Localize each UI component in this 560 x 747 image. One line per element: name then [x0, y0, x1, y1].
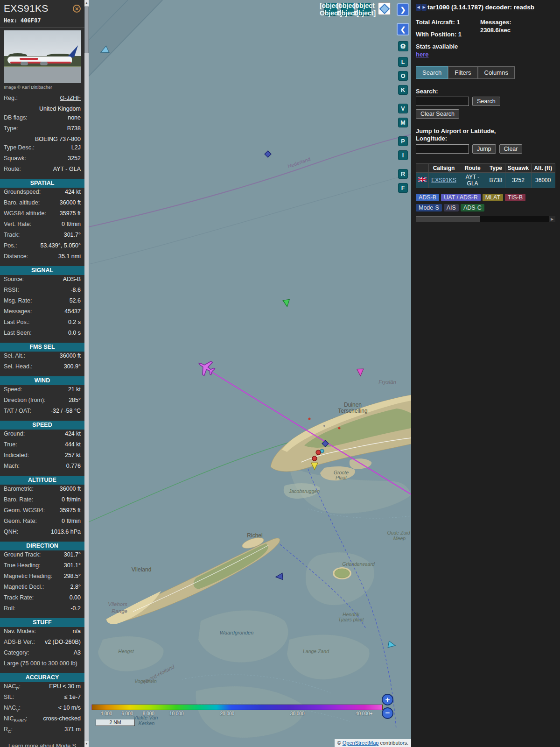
map-option-button[interactable]: O — [398, 71, 408, 81]
map-option-button[interactable]: F — [398, 183, 408, 193]
data-row-label: ADS-B Ver.: — [4, 638, 35, 648]
data-row-label: Pos.: — [4, 241, 17, 252]
panel-right-arrow-icon[interactable]: ▶ — [421, 4, 427, 11]
type-column-header[interactable]: Type — [486, 164, 505, 173]
route-column-header[interactable]: Route — [459, 164, 486, 173]
map-label: Fryslân — [378, 379, 396, 385]
data-row-label: DB flags: — [4, 113, 28, 124]
data-row: Source: ADS-B — [0, 275, 84, 286]
search-input[interactable] — [416, 97, 469, 106]
map-option-button[interactable]: I — [398, 150, 408, 160]
panel-tab[interactable]: Search — [416, 66, 448, 79]
stats-here-link[interactable]: here — [416, 51, 428, 58]
search-button[interactable]: Search — [472, 97, 500, 106]
flag-column-header[interactable] — [416, 164, 429, 173]
scroll-down-icon[interactable]: ▼ — [84, 741, 89, 747]
panel-tab[interactable]: Filters — [448, 66, 477, 79]
section-accuracy: NACP: EPU < 30 m SIL: ≤ 1e-7 NACV: < 10 … — [0, 682, 84, 736]
squawk-column-header[interactable]: Squawk — [505, 164, 531, 173]
section-direction: Ground Track: 301.7° True Heading: 301.1… — [0, 550, 84, 615]
data-row-value: 300.9° — [64, 362, 81, 371]
map-option-button[interactable]: P — [398, 136, 408, 146]
zoom-out-button[interactable]: − — [382, 707, 393, 719]
section-header-speed: SPEED — [0, 421, 84, 430]
scrollbar-thumb[interactable] — [84, 7, 89, 53]
filter-chip[interactable]: ADS-C — [461, 204, 484, 211]
map-label: Richel — [247, 532, 262, 539]
readsb-link[interactable]: readsb — [514, 4, 534, 11]
expand-panel-button[interactable]: ❯ — [397, 3, 409, 16]
scrollbar-thumb[interactable] — [416, 216, 480, 222]
data-row-value: < 10 m/s — [58, 704, 81, 712]
map-option-button[interactable]: V — [398, 104, 408, 113]
callsign-cell[interactable]: EXS91KS — [429, 173, 459, 188]
osm-link[interactable]: OpenStreetMap — [343, 740, 379, 746]
filter-chip[interactable]: UAT / ADS-R — [441, 194, 480, 201]
map-option-button[interactable]: R — [398, 169, 408, 179]
alt-column-header[interactable]: Alt. (ft) — [531, 164, 555, 173]
collapse-panel-button[interactable]: ❮ — [397, 23, 409, 35]
map-label: Terschelling — [338, 408, 367, 414]
data-row: Magnetic Heading: 298.5° — [0, 572, 84, 583]
jump-input[interactable] — [416, 144, 469, 154]
aircraft-marker[interactable] — [316, 450, 321, 455]
section-stuff: Nav. Modes: n/a ADS-B Ver.: v2 (DO-260B)… — [0, 627, 84, 670]
data-row-label: TAT / OAT: — [4, 407, 31, 417]
data-row-label: WGS84 altitude: — [4, 209, 46, 220]
map-toggle-button[interactable]: [object Object] — [341, 3, 354, 16]
map-toggle-button[interactable]: [object Object] — [358, 3, 371, 16]
callsign-column-header[interactable]: Callsign — [429, 164, 459, 173]
aircraft-photo[interactable] — [4, 30, 81, 83]
layers-button[interactable] — [378, 2, 391, 15]
map-toggle-button[interactable]: [object Object] — [324, 3, 337, 16]
filter-chip[interactable]: AIS — [444, 204, 459, 211]
panel-horizontal-scrollbar[interactable]: ▶ — [416, 216, 555, 222]
data-row-label: Roll: — [4, 604, 15, 615]
photo-credit: Image © Karl Dittlbacher — [4, 85, 81, 90]
map-label: Waardgronden — [220, 630, 254, 635]
clear-search-button[interactable]: Clear Search — [416, 109, 459, 119]
gear-icon[interactable]: ⚙ — [398, 41, 408, 51]
section-header-fms-sel: FMS SEL — [0, 343, 84, 352]
data-row: SIL: ≤ 1e-7 — [0, 693, 84, 704]
table-row[interactable]: EXS91KS AYT - GLA B738 3252 36000 — [416, 173, 555, 188]
data-row-value: EPU < 30 m — [49, 682, 81, 691]
tar1090-link[interactable]: tar1090 — [427, 4, 449, 11]
data-row-value: -32 / -58 °C — [51, 407, 81, 416]
panel-left-arrow-icon[interactable]: ◀ — [416, 4, 421, 11]
map-option-button[interactable]: K — [398, 85, 408, 95]
data-row-value: 3252 — [68, 154, 81, 163]
stats-block: Total Aircraft: 1 Messages: With Positio… — [416, 18, 555, 58]
data-row-value: 35975 ft — [60, 209, 81, 218]
panel-tab[interactable]: Columns — [478, 66, 515, 79]
scroll-up-icon[interactable]: ▲ — [84, 0, 89, 6]
data-row: Reg.: G-JZHF — [0, 94, 84, 105]
data-row: Geom. Rate: 0 ft/min — [0, 517, 84, 528]
sidebar-scrollbar[interactable]: ▲ ▼ — [84, 0, 89, 747]
scroll-right-icon[interactable]: ▶ — [549, 216, 555, 222]
hex-code: Hex: 406F87 — [4, 17, 81, 24]
zoom-in-button[interactable]: + — [382, 694, 393, 705]
jump-button[interactable]: Jump — [472, 144, 496, 154]
data-row-value: 53.439°, 5.050° — [41, 241, 81, 250]
filter-chip[interactable]: Mode-S — [416, 204, 442, 211]
filter-chip[interactable]: MLAT — [483, 194, 503, 201]
map-letter-buttons: LOKVMPIRF — [398, 53, 408, 193]
data-row-value: United Kingdom — [39, 105, 81, 113]
data-row: Type Desc.: L2J — [0, 143, 84, 154]
jump-clear-button[interactable]: Clear — [499, 144, 523, 154]
filter-chip[interactable]: ADS-B — [416, 194, 439, 201]
data-row-label: Geom. WGS84: — [4, 506, 45, 517]
data-row-value: 0.2 s — [68, 318, 81, 327]
aircraft-marker[interactable] — [312, 456, 317, 461]
filter-chip[interactable]: TIS-B — [505, 194, 525, 201]
data-row-label: Distance: — [4, 252, 28, 263]
map[interactable]: NederlandFryslânDuinenTerschellingGroote… — [89, 0, 411, 747]
map-option-button[interactable]: L — [398, 57, 408, 67]
map-canvas[interactable]: NederlandFryslânDuinenTerschellingGroote… — [89, 0, 411, 747]
map-option-button[interactable]: M — [398, 118, 408, 127]
data-row-value: L2J — [71, 143, 81, 152]
data-row: RSSI: -8.6 — [0, 286, 84, 296]
section-header-stuff: STUFF — [0, 618, 84, 627]
close-icon[interactable]: ✕ — [73, 5, 81, 13]
